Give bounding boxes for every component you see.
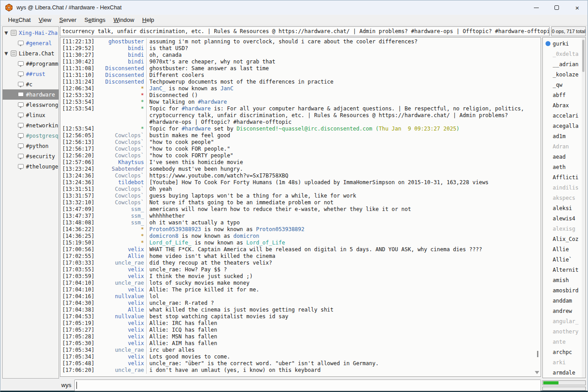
nick[interactable]: Cowclops` [95, 199, 146, 206]
nick[interactable]: Cowclops` [95, 146, 146, 152]
nick[interactable]: Cowclops` [95, 173, 146, 179]
chat-scroll-down-icon[interactable] [535, 371, 539, 374]
userlist-item-alexisg[interactable]: alexisg [543, 223, 585, 234]
userlist-item-alewis4[interactable]: alewis4 [543, 213, 585, 223]
userlist-item-abrax[interactable]: Abrax [543, 100, 585, 110]
menu-item-server[interactable]: Server [55, 16, 80, 24]
userlist-scrollbar[interactable] [582, 38, 585, 378]
menu-item-view[interactable]: View [35, 16, 55, 24]
userlist-item-ante[interactable]: ante [543, 337, 585, 347]
userlist-item-angular_[interactable]: angular_ [543, 316, 585, 326]
nick[interactable]: nullvalue [95, 313, 146, 320]
nick[interactable]: velix [95, 327, 146, 333]
tree-item-#postgresq[interactable]: #postgresq [3, 131, 59, 141]
userlist-item-gurki[interactable]: gurki [543, 38, 585, 49]
nick[interactable]: Allie [95, 253, 146, 260]
minimize-button[interactable] [526, 0, 546, 15]
tree-item-#hardware[interactable]: #hardware [3, 89, 59, 100]
nick[interactable]: velix [95, 320, 146, 327]
nick[interactable]: Cowclops` [95, 152, 146, 159]
userlist-item-ad1m[interactable]: ad1m [543, 131, 585, 141]
tree-item-#thelounge[interactable]: #thelounge [3, 161, 59, 172]
userlist-item-aeth[interactable]: aeth [543, 162, 585, 172]
expander-icon[interactable]: ▼ [4, 30, 11, 35]
userlist-item-aindilis[interactable]: aindilis [543, 182, 585, 193]
nick[interactable]: * [95, 92, 146, 99]
nick[interactable]: Cowclops` [95, 193, 146, 199]
nick[interactable]: * [95, 233, 146, 240]
nick[interactable]: * [95, 126, 146, 132]
nick[interactable]: * [95, 105, 146, 112]
userlist-item-aead[interactable]: aead [543, 152, 585, 162]
userlist-item-amish[interactable]: amish [543, 275, 585, 285]
nick[interactable]: bindi [95, 45, 146, 52]
userlist-item-acegalla[interactable]: acegalla [543, 121, 585, 131]
tree-item-#python[interactable]: #python [3, 141, 59, 151]
close-button[interactable]: × [567, 0, 588, 15]
nick[interactable]: Sabotender [95, 166, 146, 173]
nick[interactable]: velix [95, 340, 146, 347]
userlist-item-__adrian[interactable]: __adrian [543, 59, 585, 69]
nick[interactable]: Allie [95, 307, 146, 313]
nick[interactable]: * [95, 240, 146, 246]
userlist-item-armdale[interactable]: armdale [543, 367, 585, 378]
nick[interactable]: Cowclops` [95, 132, 146, 139]
nick[interactable]: * [95, 99, 146, 105]
tree-item-#security[interactable]: #security [3, 151, 59, 161]
nick-label[interactable]: wys [60, 382, 74, 388]
tree-item-xinghaizha[interactable]: ▼Xing-Hai-Zha [3, 28, 59, 38]
tree-item-#linux[interactable]: #linux [3, 110, 59, 120]
topic-bar[interactable]: tocurrency talk, unfair discrimination, … [60, 26, 550, 36]
nick[interactable]: uncle_rae [95, 280, 146, 287]
userlist-item-afflicti[interactable]: Afflicti [543, 172, 585, 182]
nick[interactable]: velix [95, 360, 146, 367]
nick[interactable]: uncle_rae [95, 260, 146, 266]
nick[interactable]: bindi [95, 52, 146, 59]
userlist-item-alternit[interactable]: Alternit [543, 265, 585, 275]
nick[interactable]: Khaytsus [95, 159, 146, 166]
tree-item-##rust[interactable]: ##rust [3, 69, 59, 79]
userlist-item-anddam[interactable]: anddam [543, 295, 585, 306]
chat-scrollbar[interactable] [535, 38, 540, 376]
nick[interactable]: ghostbuster [95, 38, 146, 45]
userlist-item-allie[interactable]: Allie` [543, 254, 585, 265]
nick[interactable]: tildebot [95, 179, 146, 186]
nick[interactable]: velix [95, 273, 146, 280]
menu-item-hexchat[interactable]: HexChat [4, 16, 35, 24]
tree-item-##programm[interactable]: ##programm [3, 59, 59, 69]
userlist-item-aleksi[interactable]: aleksi [543, 203, 585, 213]
tree-item-#general[interactable]: #general [3, 38, 59, 48]
userlist-item-_koolaze[interactable]: _koolaze [543, 69, 585, 80]
userlist-item-andrew[interactable]: andrew [543, 306, 585, 316]
userlist-item-alix_coz[interactable]: Alix_Coz [543, 234, 585, 244]
nick[interactable]: nullvalue [95, 293, 146, 300]
nick[interactable]: velix [95, 246, 146, 253]
tree-item-#networkin[interactable]: #networkin [3, 120, 59, 131]
userlist-item-arki[interactable]: arki [543, 357, 585, 367]
nick[interactable]: velix [95, 287, 146, 293]
nick[interactable]: * [95, 226, 146, 233]
nick[interactable]: velix [95, 354, 146, 360]
nick[interactable]: Cowclops` [95, 139, 146, 146]
userlist-item-amosbird[interactable]: amosbird [543, 285, 585, 295]
message-input[interactable] [74, 379, 541, 391]
userlist-item-abff[interactable]: abff [543, 90, 585, 100]
nick[interactable]: Disconsented [95, 79, 146, 85]
userlist-item-_qw[interactable]: _qw [543, 80, 585, 90]
nick[interactable]: Disconsented [95, 65, 146, 72]
menu-item-settings[interactable]: Settings [80, 16, 110, 24]
userlist-item-adran[interactable]: Adran [543, 141, 585, 152]
userlist-scrollbar-thumb[interactable] [582, 40, 584, 72]
nick[interactable]: ssm_ [95, 213, 146, 219]
chat-scrollbar-thumb[interactable] [537, 351, 538, 357]
menu-item-window[interactable]: Window [110, 16, 138, 24]
menu-item-help[interactable]: Help [138, 16, 158, 24]
nick[interactable]: uncle_rae [95, 347, 146, 354]
nick[interactable]: * [95, 85, 146, 92]
nick[interactable]: uncle_rae [95, 367, 146, 374]
nick[interactable]: velix [95, 266, 146, 273]
title-bar[interactable]: wys @ Libera.Chat / #hardware - HexChat … [0, 0, 588, 15]
nick[interactable]: Cowclops` [95, 186, 146, 193]
nick[interactable]: velix [95, 300, 146, 307]
maximize-button[interactable] [546, 0, 567, 15]
